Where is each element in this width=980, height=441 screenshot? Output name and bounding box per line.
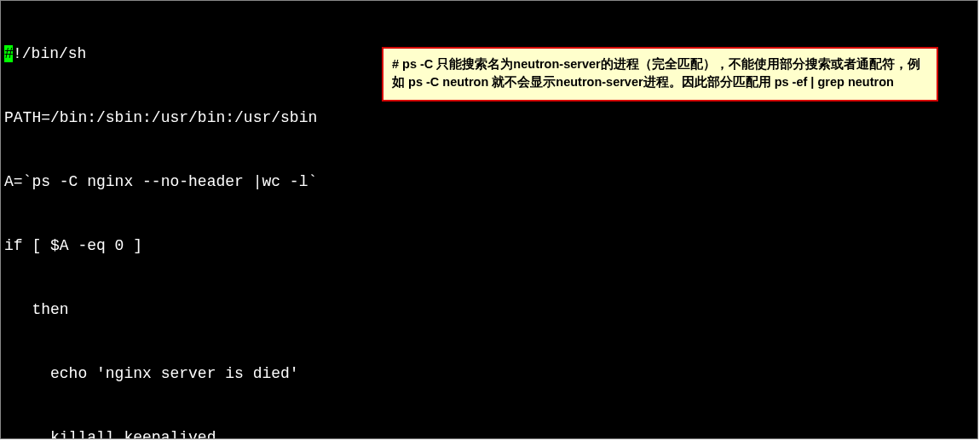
code-line: A=`ps -C nginx --no-header |wc -l` xyxy=(1,171,977,193)
code-line: killall keepalived xyxy=(1,427,977,439)
code-text: !/bin/sh xyxy=(13,45,86,62)
annotation-text: # ps -C 只能搜索名为neutron-server的进程（完全匹配），不能… xyxy=(392,57,920,89)
code-line: if [ $A -eq 0 ] xyxy=(1,235,977,257)
code-line: then xyxy=(1,299,977,321)
code-line: PATH=/bin:/sbin:/usr/bin:/usr/sbin xyxy=(1,107,977,129)
terminal-window[interactable]: #!/bin/sh PATH=/bin:/sbin:/usr/bin:/usr/… xyxy=(0,0,978,439)
code-line: echo 'nginx server is died' xyxy=(1,363,977,385)
cursor-block: # xyxy=(4,45,13,62)
annotation-callout: # ps -C 只能搜索名为neutron-server的进程（完全匹配），不能… xyxy=(382,47,938,102)
